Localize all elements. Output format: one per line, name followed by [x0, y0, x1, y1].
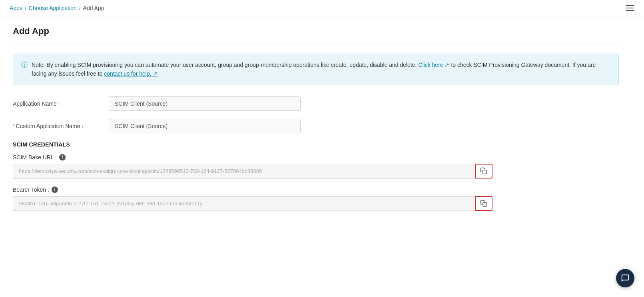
base-url-copy-button[interactable]: [475, 164, 492, 179]
breadcrumb-apps-link[interactable]: Apps: [10, 5, 22, 11]
breadcrumb-sep-1: /: [25, 5, 26, 11]
banner-click-here-link[interactable]: Click here ↗: [418, 62, 449, 68]
custom-app-name-label: *Custom Application Name :: [13, 123, 109, 129]
breadcrumb-current: Add App: [83, 5, 104, 11]
base-url-label: SCIM Base URL :: [13, 154, 57, 161]
app-name-label: Application Name :: [13, 100, 109, 107]
custom-app-name-row: *Custom Application Name :: [13, 119, 619, 133]
app-name-input[interactable]: [109, 96, 301, 111]
bearer-token-wrapper: [13, 196, 492, 211]
bearer-token-label: Bearer Token :: [13, 187, 49, 193]
bearer-token-copy-button[interactable]: [475, 196, 492, 211]
breadcrumb-sep-2: /: [79, 5, 81, 11]
info-banner: ⓘ Note: By enabling SCIM provisioning yo…: [13, 54, 619, 85]
hamburger-menu-icon[interactable]: [626, 5, 634, 11]
info-banner-icon: ⓘ: [21, 61, 28, 69]
required-marker: *: [13, 123, 15, 129]
base-url-label-row: SCIM Base URL : i: [13, 154, 619, 161]
scim-section-title: SCIM CREDENTIALS: [13, 141, 619, 148]
top-bar: Apps / Choose Application / Add App: [0, 0, 644, 16]
bearer-token-info-icon[interactable]: i: [52, 187, 58, 193]
base-url-input[interactable]: [13, 164, 492, 179]
custom-app-name-input[interactable]: [109, 119, 301, 133]
copy-icon-2: [480, 200, 487, 207]
page-title: Add App: [13, 26, 619, 36]
banner-contact-link[interactable]: contact us for help. ↗: [104, 70, 158, 77]
info-banner-text: Note: By enabling SCIM provisioning you …: [32, 60, 610, 78]
main-content: Add App ⓘ Note: By enabling SCIM provisi…: [0, 16, 632, 229]
banner-text-before: Note: By enabling SCIM provisioning you …: [32, 62, 417, 68]
breadcrumb-choose-app-link[interactable]: Choose Application: [29, 5, 77, 11]
base-url-wrapper: [13, 164, 492, 179]
svg-rect-1: [483, 203, 487, 207]
bearer-token-label-row: Bearer Token : i: [13, 187, 619, 193]
svg-rect-0: [483, 170, 487, 174]
bearer-token-input[interactable]: [13, 196, 492, 211]
copy-icon: [480, 167, 487, 175]
app-name-row: Application Name :: [13, 96, 619, 111]
divider: [13, 44, 619, 44]
base-url-info-icon[interactable]: i: [59, 154, 66, 161]
breadcrumb: Apps / Choose Application / Add App: [10, 5, 104, 11]
